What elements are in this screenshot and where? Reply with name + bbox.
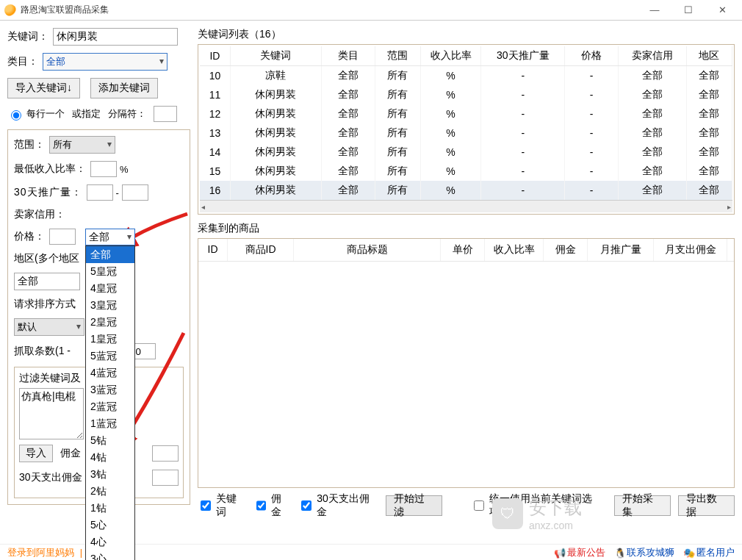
min-revenue-label: 最低收入比率： [14,162,86,176]
table-header[interactable]: 30天推广量 [481,46,565,66]
keyword-list-title: 关键词列表（16） [198,28,735,41]
separator-input[interactable] [154,106,177,122]
dropdown-item[interactable]: 3心 [86,550,134,560]
dropdown-item[interactable]: 4心 [86,534,134,550]
login-link[interactable]: 登录到阿里妈妈 [7,547,74,558]
sort-select[interactable]: 默认 [14,318,84,336]
table-row[interactable]: 12休闲男装全部所有%--全部全部 [200,104,732,123]
maximize-button[interactable]: ☐ [671,0,705,21]
app-icon [4,4,16,16]
start-collect-button[interactable]: 开始采集 [614,495,671,516]
dropdown-item[interactable]: 2皇冠 [86,314,134,331]
table-row[interactable]: 16休闲男装全部所有%--全部全部 [200,181,732,200]
filter-commission-checkbox[interactable]: 佣金 [253,492,292,519]
region-label: 地区(多个地区 [14,252,79,265]
start-filter-button[interactable]: 开始过滤 [386,495,442,516]
import-keywords-button[interactable]: 导入关键词↓ [7,78,80,98]
table-header[interactable]: 类目 [322,46,375,66]
minimize-button[interactable]: — [638,0,671,21]
table-row[interactable]: 10凉鞋全部所有%--全部全部 [200,66,732,86]
category-label: 类目： [7,55,38,68]
promo-label: 30天推广量： [14,186,82,199]
collected-title: 采集到的商品 [198,222,735,235]
dropdown-item[interactable]: 5皇冠 [86,263,134,280]
region-input[interactable] [14,273,80,290]
dropdown-item[interactable]: 5钻 [86,432,134,449]
contact-link[interactable]: 🐧 联系攻城狮 [614,546,675,559]
min-revenue-suffix: % [120,164,129,175]
dropdown-item[interactable]: 3钻 [86,466,134,483]
table-row[interactable]: 15休闲男装全部所有%--全部全部 [200,162,732,181]
import-filter-button[interactable]: 导入 [19,445,53,462]
dropdown-item[interactable]: 5心 [86,517,134,534]
dropdown-item[interactable]: 4钻 [86,449,134,466]
table-header[interactable]: ID [200,46,230,66]
range-select[interactable]: 所有 [49,136,115,154]
mask-icon: 🎭 [683,548,694,558]
table-header[interactable]: 卖家信用 [618,46,686,66]
dropdown-item[interactable]: 4蓝冠 [86,365,134,381]
anon-user-link[interactable]: 🎭 匿名用户 [683,546,735,559]
sort-label: 请求排序方式 [14,298,76,311]
table-row[interactable]: 11休闲男装全部所有%--全部全部 [200,85,732,104]
table-header[interactable]: 关键词 [230,46,321,66]
dropdown-item[interactable]: 5蓝冠 [86,348,134,365]
horiz-scrollbar[interactable]: ◂▸ [200,200,732,212]
table-header[interactable]: 收入比率 [485,239,544,261]
speaker-icon: 📢 [554,548,564,558]
table-header[interactable]: 收入比率 [420,46,481,66]
table-header[interactable]: 价格 [565,46,618,66]
min-revenue-input[interactable] [90,161,117,177]
table-header[interactable]: 范围 [375,46,420,66]
separator-label: 分隔符： [108,107,146,121]
table-header[interactable]: 商品ID [228,239,294,261]
dropdown-item[interactable]: 3皇冠 [86,297,134,314]
dropdown-item[interactable]: 1钻 [86,500,134,517]
table-header[interactable]: 单价 [441,239,485,261]
filter-pay30-checkbox[interactable]: 30天支出佣金 [298,492,378,519]
table-row[interactable]: 14休闲男装全部所有%--全部全部 [200,143,732,162]
promo-to-input[interactable] [122,184,148,201]
seller-credit-dropdown[interactable]: 全部5皇冠4皇冠3皇冠2皇冠1皇冠5蓝冠4蓝冠3蓝冠2蓝冠1蓝冠5钻4钻3钻2钻… [85,245,135,560]
dropdown-item[interactable]: 3蓝冠 [86,381,134,398]
reuse-options-checkbox[interactable]: 统一使用当前关键词选项 [471,492,599,519]
table-header[interactable]: 佣金 [544,239,588,261]
announcement-link[interactable]: 📢 最新公告 [554,546,605,559]
pay30-label: 30天支出佣金 [19,471,82,484]
export-data-button[interactable]: 导出数据 [678,495,735,516]
keyword-input[interactable] [53,28,178,46]
category-select[interactable]: 全部 [43,53,168,71]
promo-from-input[interactable] [87,184,113,201]
table-row[interactable]: 13休闲男装全部所有%--全部全部 [200,123,732,143]
price-from-input[interactable] [49,229,76,245]
close-button[interactable]: ✕ [705,0,739,21]
table-header[interactable]: 地区 [686,46,732,66]
perline-radio-label: 每行一个 [26,107,65,121]
add-keyword-button[interactable]: 添加关键词 [90,78,158,98]
commission-label: 佣金 [60,447,81,460]
filter-keywords-textarea[interactable]: 仿真枪|电棍 [19,388,84,439]
seller-credit-label: 卖家信用： [14,208,65,221]
table-header[interactable]: 商品标题 [294,239,441,261]
collected-table[interactable]: ID商品ID商品标题单价收入比率佣金月推广量月支出佣金 🛡 安下载 anxz.c… [198,238,735,488]
keyword-label: 关键词： [7,30,48,43]
pay30-input[interactable] [152,470,179,486]
dropdown-item[interactable]: 1皇冠 [86,331,134,348]
or-specify-label: 或指定 [72,107,101,121]
dropdown-item[interactable]: 4皇冠 [86,280,134,297]
table-header[interactable]: 月推广量 [588,239,654,261]
dropdown-item[interactable]: 2钻 [86,483,134,500]
penguin-icon: 🐧 [614,548,624,558]
price-label: 价格： [14,230,45,243]
filter-keyword-checkbox[interactable]: 关键词 [198,492,246,519]
table-header[interactable]: ID [198,239,228,261]
keyword-table[interactable]: ID关键词类目范围收入比率30天推广量价格卖家信用地区 10凉鞋全部所有%--全… [200,46,732,200]
dropdown-item[interactable]: 2蓝冠 [86,398,134,415]
commission-input[interactable] [152,445,179,462]
table-header[interactable]: 月支出佣金 [654,239,727,261]
window-title: 路恩淘宝联盟商品采集 [21,4,638,16]
seller-credit-select[interactable]: 全部 [85,229,135,245]
dropdown-item[interactable]: 1蓝冠 [86,415,134,432]
perline-radio[interactable]: 每行一个 [7,107,65,121]
dropdown-item[interactable]: 全部 [86,246,134,263]
